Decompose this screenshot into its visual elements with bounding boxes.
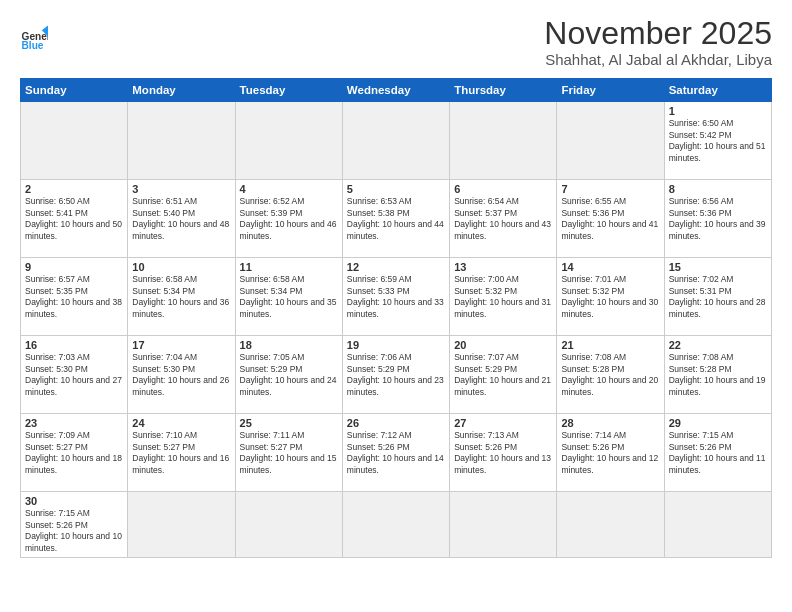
table-row: 22Sunrise: 7:08 AMSunset: 5:28 PMDayligh…	[664, 336, 771, 414]
day-info: Sunrise: 6:50 AMSunset: 5:42 PMDaylight:…	[669, 118, 767, 164]
day-info: Sunrise: 7:00 AMSunset: 5:32 PMDaylight:…	[454, 274, 552, 320]
title-block: November 2025 Shahhat, Al Jabal al Akhda…	[544, 16, 772, 68]
table-row: 21Sunrise: 7:08 AMSunset: 5:28 PMDayligh…	[557, 336, 664, 414]
calendar-week-row: 16Sunrise: 7:03 AMSunset: 5:30 PMDayligh…	[21, 336, 772, 414]
table-row	[342, 492, 449, 558]
table-row: 25Sunrise: 7:11 AMSunset: 5:27 PMDayligh…	[235, 414, 342, 492]
day-info: Sunrise: 6:55 AMSunset: 5:36 PMDaylight:…	[561, 196, 659, 242]
day-number: 3	[132, 183, 230, 195]
day-info: Sunrise: 6:57 AMSunset: 5:35 PMDaylight:…	[25, 274, 123, 320]
table-row	[557, 492, 664, 558]
table-row: 24Sunrise: 7:10 AMSunset: 5:27 PMDayligh…	[128, 414, 235, 492]
table-row	[664, 492, 771, 558]
table-row: 19Sunrise: 7:06 AMSunset: 5:29 PMDayligh…	[342, 336, 449, 414]
day-number: 10	[132, 261, 230, 273]
day-info: Sunrise: 7:08 AMSunset: 5:28 PMDaylight:…	[669, 352, 767, 398]
header-saturday: Saturday	[664, 79, 771, 102]
day-info: Sunrise: 6:52 AMSunset: 5:39 PMDaylight:…	[240, 196, 338, 242]
table-row: 30Sunrise: 7:15 AMSunset: 5:26 PMDayligh…	[21, 492, 128, 558]
day-number: 19	[347, 339, 445, 351]
day-info: Sunrise: 7:11 AMSunset: 5:27 PMDaylight:…	[240, 430, 338, 476]
table-row	[557, 102, 664, 180]
calendar-week-row: 30Sunrise: 7:15 AMSunset: 5:26 PMDayligh…	[21, 492, 772, 558]
table-row: 20Sunrise: 7:07 AMSunset: 5:29 PMDayligh…	[450, 336, 557, 414]
day-number: 29	[669, 417, 767, 429]
table-row	[128, 492, 235, 558]
day-number: 1	[669, 105, 767, 117]
table-row	[342, 102, 449, 180]
table-row: 5Sunrise: 6:53 AMSunset: 5:38 PMDaylight…	[342, 180, 449, 258]
table-row: 6Sunrise: 6:54 AMSunset: 5:37 PMDaylight…	[450, 180, 557, 258]
day-info: Sunrise: 7:15 AMSunset: 5:26 PMDaylight:…	[25, 508, 123, 554]
table-row: 10Sunrise: 6:58 AMSunset: 5:34 PMDayligh…	[128, 258, 235, 336]
header-monday: Monday	[128, 79, 235, 102]
header-tuesday: Tuesday	[235, 79, 342, 102]
day-number: 7	[561, 183, 659, 195]
day-number: 6	[454, 183, 552, 195]
day-number: 11	[240, 261, 338, 273]
table-row: 26Sunrise: 7:12 AMSunset: 5:26 PMDayligh…	[342, 414, 449, 492]
day-number: 15	[669, 261, 767, 273]
day-info: Sunrise: 6:58 AMSunset: 5:34 PMDaylight:…	[240, 274, 338, 320]
table-row: 4Sunrise: 6:52 AMSunset: 5:39 PMDaylight…	[235, 180, 342, 258]
day-info: Sunrise: 7:06 AMSunset: 5:29 PMDaylight:…	[347, 352, 445, 398]
calendar-page: General Blue November 2025 Shahhat, Al J…	[0, 0, 792, 612]
day-number: 2	[25, 183, 123, 195]
table-row: 14Sunrise: 7:01 AMSunset: 5:32 PMDayligh…	[557, 258, 664, 336]
header-friday: Friday	[557, 79, 664, 102]
table-row	[450, 492, 557, 558]
table-row: 13Sunrise: 7:00 AMSunset: 5:32 PMDayligh…	[450, 258, 557, 336]
table-row: 23Sunrise: 7:09 AMSunset: 5:27 PMDayligh…	[21, 414, 128, 492]
table-row: 2Sunrise: 6:50 AMSunset: 5:41 PMDaylight…	[21, 180, 128, 258]
day-info: Sunrise: 7:10 AMSunset: 5:27 PMDaylight:…	[132, 430, 230, 476]
header-thursday: Thursday	[450, 79, 557, 102]
day-info: Sunrise: 7:05 AMSunset: 5:29 PMDaylight:…	[240, 352, 338, 398]
day-number: 22	[669, 339, 767, 351]
table-row: 11Sunrise: 6:58 AMSunset: 5:34 PMDayligh…	[235, 258, 342, 336]
day-number: 21	[561, 339, 659, 351]
table-row: 1Sunrise: 6:50 AMSunset: 5:42 PMDaylight…	[664, 102, 771, 180]
table-row	[235, 102, 342, 180]
day-info: Sunrise: 7:09 AMSunset: 5:27 PMDaylight:…	[25, 430, 123, 476]
day-number: 5	[347, 183, 445, 195]
table-row: 17Sunrise: 7:04 AMSunset: 5:30 PMDayligh…	[128, 336, 235, 414]
day-info: Sunrise: 7:01 AMSunset: 5:32 PMDaylight:…	[561, 274, 659, 320]
table-row: 3Sunrise: 6:51 AMSunset: 5:40 PMDaylight…	[128, 180, 235, 258]
day-number: 9	[25, 261, 123, 273]
day-number: 25	[240, 417, 338, 429]
header-wednesday: Wednesday	[342, 79, 449, 102]
day-info: Sunrise: 6:51 AMSunset: 5:40 PMDaylight:…	[132, 196, 230, 242]
table-row: 27Sunrise: 7:13 AMSunset: 5:26 PMDayligh…	[450, 414, 557, 492]
day-info: Sunrise: 7:03 AMSunset: 5:30 PMDaylight:…	[25, 352, 123, 398]
header: General Blue November 2025 Shahhat, Al J…	[20, 16, 772, 68]
table-row	[235, 492, 342, 558]
table-row: 8Sunrise: 6:56 AMSunset: 5:36 PMDaylight…	[664, 180, 771, 258]
day-info: Sunrise: 7:02 AMSunset: 5:31 PMDaylight:…	[669, 274, 767, 320]
day-info: Sunrise: 6:56 AMSunset: 5:36 PMDaylight:…	[669, 196, 767, 242]
day-number: 16	[25, 339, 123, 351]
day-number: 4	[240, 183, 338, 195]
day-number: 20	[454, 339, 552, 351]
days-header-row: Sunday Monday Tuesday Wednesday Thursday…	[21, 79, 772, 102]
table-row	[21, 102, 128, 180]
month-title: November 2025	[544, 16, 772, 51]
table-row: 9Sunrise: 6:57 AMSunset: 5:35 PMDaylight…	[21, 258, 128, 336]
day-info: Sunrise: 6:50 AMSunset: 5:41 PMDaylight:…	[25, 196, 123, 242]
table-row: 7Sunrise: 6:55 AMSunset: 5:36 PMDaylight…	[557, 180, 664, 258]
day-number: 24	[132, 417, 230, 429]
day-number: 12	[347, 261, 445, 273]
day-info: Sunrise: 7:15 AMSunset: 5:26 PMDaylight:…	[669, 430, 767, 476]
calendar-table: Sunday Monday Tuesday Wednesday Thursday…	[20, 78, 772, 558]
table-row	[450, 102, 557, 180]
calendar-week-row: 1Sunrise: 6:50 AMSunset: 5:42 PMDaylight…	[21, 102, 772, 180]
day-info: Sunrise: 6:59 AMSunset: 5:33 PMDaylight:…	[347, 274, 445, 320]
day-number: 8	[669, 183, 767, 195]
table-row: 15Sunrise: 7:02 AMSunset: 5:31 PMDayligh…	[664, 258, 771, 336]
day-info: Sunrise: 6:53 AMSunset: 5:38 PMDaylight:…	[347, 196, 445, 242]
day-number: 14	[561, 261, 659, 273]
table-row: 28Sunrise: 7:14 AMSunset: 5:26 PMDayligh…	[557, 414, 664, 492]
table-row	[128, 102, 235, 180]
day-number: 13	[454, 261, 552, 273]
day-info: Sunrise: 7:07 AMSunset: 5:29 PMDaylight:…	[454, 352, 552, 398]
day-number: 18	[240, 339, 338, 351]
